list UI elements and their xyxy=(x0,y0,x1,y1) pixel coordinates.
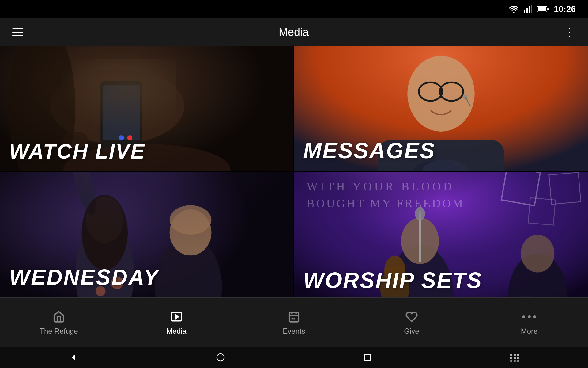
svg-rect-65 xyxy=(292,318,293,319)
svg-rect-78 xyxy=(517,360,519,362)
watch-live-label: WATCH LIVE xyxy=(9,141,145,162)
grid-button[interactable] xyxy=(507,350,522,365)
grid-icon xyxy=(510,353,519,362)
hamburger-menu-button[interactable] xyxy=(12,28,23,36)
svg-point-68 xyxy=(217,354,224,361)
svg-point-52 xyxy=(415,207,425,220)
back-icon xyxy=(69,353,78,362)
media-grid: WATCH LIVE xyxy=(0,46,588,297)
wifi-icon xyxy=(509,5,519,13)
svg-rect-66 xyxy=(293,318,295,319)
more-icon xyxy=(522,309,537,324)
svg-rect-2 xyxy=(529,6,530,13)
messages-tile[interactable]: MESSAGES xyxy=(294,46,588,172)
home-svg xyxy=(53,311,65,323)
nav-label-media: Media xyxy=(166,327,186,335)
svg-point-56 xyxy=(521,235,555,272)
svg-point-9 xyxy=(50,69,184,144)
back-button[interactable] xyxy=(66,350,81,365)
home-button[interactable] xyxy=(213,350,228,365)
signal-icon xyxy=(524,5,532,13)
svg-rect-69 xyxy=(364,354,371,360)
svg-rect-72 xyxy=(517,354,519,356)
svg-rect-71 xyxy=(514,354,516,356)
bottom-nav: The Refuge Media Events xyxy=(0,297,588,347)
svg-rect-61 xyxy=(289,312,299,322)
home-circle-icon xyxy=(216,353,225,362)
worship-sets-label: WORSHIP SETS xyxy=(303,269,482,291)
svg-rect-3 xyxy=(531,5,532,13)
home-icon xyxy=(51,309,66,324)
more-dots-graphic xyxy=(522,315,536,318)
events-svg xyxy=(288,311,300,323)
svg-rect-77 xyxy=(514,360,516,362)
status-time: 10:26 xyxy=(554,4,576,14)
nav-label-more: More xyxy=(521,327,538,335)
square-icon xyxy=(363,353,372,362)
svg-marker-67 xyxy=(72,354,75,360)
wednesday-label: WEDNESDAY xyxy=(9,266,159,288)
battery-icon xyxy=(537,6,549,13)
nav-label-events: Events xyxy=(283,327,305,335)
media-icon xyxy=(169,309,184,324)
worship-sets-tile[interactable]: WITH YOUR BLOOD BOUGHT MY FREEDOM xyxy=(294,172,588,297)
svg-rect-11 xyxy=(103,85,140,140)
svg-text:WITH YOUR BLOOD: WITH YOUR BLOOD xyxy=(307,180,454,193)
recent-apps-button[interactable] xyxy=(360,350,375,365)
system-nav-bar xyxy=(0,347,588,368)
media-svg xyxy=(170,311,183,323)
app-bar: Media ⋮ xyxy=(0,18,588,46)
page-title: Media xyxy=(279,26,309,39)
svg-rect-70 xyxy=(510,354,512,356)
give-icon xyxy=(404,309,419,324)
events-icon xyxy=(286,309,302,324)
svg-point-20 xyxy=(407,56,474,132)
watch-live-tile[interactable]: WATCH LIVE xyxy=(0,46,294,172)
svg-rect-75 xyxy=(517,357,519,359)
status-icons: 10:26 xyxy=(509,4,576,14)
svg-rect-0 xyxy=(524,10,525,13)
nav-label-the-refuge: The Refuge xyxy=(40,327,78,335)
svg-text:BOUGHT MY FREEDOM: BOUGHT MY FREEDOM xyxy=(307,197,465,210)
svg-rect-73 xyxy=(510,357,512,359)
give-svg xyxy=(405,311,418,323)
messages-label: MESSAGES xyxy=(303,140,435,162)
nav-item-give[interactable]: Give xyxy=(353,306,470,339)
nav-item-more[interactable]: More xyxy=(470,306,588,339)
nav-item-media[interactable]: Media xyxy=(118,306,235,339)
svg-rect-1 xyxy=(526,8,528,13)
svg-rect-5 xyxy=(538,7,546,11)
wednesday-tile[interactable]: WEDNESDAY xyxy=(0,172,294,297)
svg-rect-76 xyxy=(510,360,512,362)
svg-rect-6 xyxy=(547,8,549,10)
svg-marker-60 xyxy=(175,315,179,319)
nav-item-the-refuge[interactable]: The Refuge xyxy=(0,306,118,339)
svg-rect-74 xyxy=(514,357,516,359)
status-bar: 10:26 xyxy=(0,0,588,18)
nav-item-events[interactable]: Events xyxy=(235,306,353,339)
overflow-menu-button[interactable]: ⋮ xyxy=(564,26,576,39)
nav-label-give: Give xyxy=(404,327,419,335)
